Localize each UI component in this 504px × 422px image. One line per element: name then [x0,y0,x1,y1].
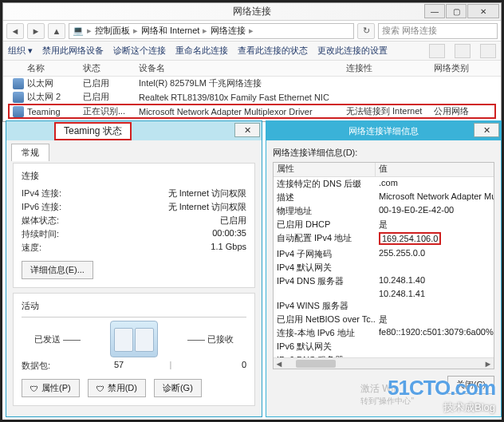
scroll-thumb[interactable] [296,360,336,368]
breadcrumb[interactable]: 💻 ▸ 控制面板 ▸ 网络和 Internet ▸ 网络连接 ▸ [69,23,354,39]
details-row[interactable]: 10.248.1.41 [274,288,494,299]
detail-value: fe80::1920:c501:3079:6a00%20 [376,327,494,339]
search-placeholder: 搜索 网络连接 [382,25,437,37]
detail-property: IPv4 WINS 服务器 [274,300,376,312]
search-input[interactable]: 搜索 网络连接 [378,23,498,39]
detail-value: Microsoft Network Adapter Multiplexor [376,191,494,203]
computer-icon: 💻 [73,26,84,36]
up-button[interactable]: ▲ [48,23,65,39]
activity-group: 活动 已发送 —— —— 已接收 数据包: 57 | 0 属性(P) 禁用(D)… [13,293,255,406]
col-device[interactable]: 设备名 [139,62,346,74]
col-value[interactable]: 值 [376,163,494,176]
details-row[interactable]: IPv6 默认网关 [274,340,494,353]
breadcrumb-part[interactable]: 控制面板 [95,25,130,37]
details-button[interactable]: 详细信息(E)... [22,261,93,279]
list-header: 名称 状态 设备名 连接性 网络类别 [3,61,501,77]
detail-value: 255.255.0.0 [376,248,494,260]
rename-cmd[interactable]: 重命名此连接 [175,45,228,57]
activity-group-title: 活动 [22,300,246,312]
recv-count: 0 [199,360,246,372]
details-row[interactable]: 已启用 DHCP是 [274,218,494,231]
view-mode-button[interactable] [429,44,445,58]
connection-group: 连接 IPv4 连接:无 Internet 访问权限 IPv6 连接:无 Int… [13,163,255,288]
details-row[interactable]: IPv4 WINS 服务器 [274,299,494,313]
close-details-button[interactable]: 关闭(C) [447,376,494,394]
details-close-button[interactable]: ✕ [474,123,499,137]
details-row[interactable]: 已启用 NetBIOS over Tc...是 [274,313,494,326]
detail-property: 连接-本地 IPv6 地址 [274,327,376,339]
teaming-status-dialog: Teaming 状态 ✕ 常规 连接 IPv4 连接:无 Internet 访问… [6,120,262,417]
breadcrumb-part[interactable]: 网络连接 [211,25,246,37]
detail-property: 自动配置 IPv4 地址 [274,232,376,246]
connection-group-title: 连接 [22,170,246,182]
status-tabs: 常规 [6,140,262,161]
computers-icon [110,321,158,357]
back-button[interactable]: ◄ [6,23,24,39]
col-status[interactable]: 状态 [83,62,139,74]
recv-label: —— 已接收 [175,333,246,345]
details-row[interactable]: 自动配置 IPv4 地址169.254.106.0 [274,231,494,247]
connection-details-dialog: 网络连接详细信息 ✕ 网络连接详细信息(D): 属性 值 连接特定的 DNS 后… [266,120,502,417]
detail-property: 描述 [274,191,376,203]
status-close-button[interactable]: ✕ [234,123,260,137]
detail-property: 已启用 NetBIOS over Tc... [274,314,376,325]
sent-count: 57 [95,360,143,372]
details-row[interactable]: 连接特定的 DNS 后缀.com [274,177,494,191]
detail-property [274,289,376,298]
detail-property: 物理地址 [274,205,376,217]
list-item[interactable]: 以太网 已启用 Intel(R) 82579LM 千兆网络连接 [3,77,501,90]
details-row[interactable]: IPv4 默认网关 [274,261,494,274]
close-button[interactable]: ✕ [467,4,499,18]
nic-icon [13,78,24,89]
detail-property: IPv6 默认网关 [274,341,376,353]
breadcrumb-part[interactable]: 网络和 Internet [141,25,199,37]
maximize-button[interactable]: ▢ [446,4,467,18]
tab-general[interactable]: 常规 [11,144,49,161]
detail-value: 10.248.1.41 [376,289,494,298]
details-row[interactable]: 连接-本地 IPv6 地址fe80::1920:c501:3079:6a00%2… [274,326,494,340]
view-status-cmd[interactable]: 查看此连接的状态 [238,45,308,57]
details-row[interactable]: IPv4 子网掩码255.255.0.0 [274,247,494,261]
change-settings-cmd[interactable]: 更改此连接的设置 [317,45,388,57]
detail-value: .com [376,178,494,190]
col-property[interactable]: 属性 [274,163,376,176]
scroll-right-icon[interactable]: ► [482,358,494,369]
scroll-left-icon[interactable]: ◄ [274,358,285,369]
details-row[interactable]: IPv4 DNS 服务器10.248.1.40 [274,274,494,288]
organize-menu[interactable]: 组织 ▾ [8,45,33,57]
status-dialog-title: Teaming 状态 [54,122,132,140]
details-row[interactable]: 描述Microsoft Network Adapter Multiplexor [274,191,494,204]
detail-property: 连接特定的 DNS 后缀 [274,178,376,190]
details-header: 属性 值 [274,163,494,177]
sent-label: 已发送 —— [22,333,93,345]
list-item-selected[interactable]: Teaming 正在识别... Microsoft Network Adapte… [8,104,496,119]
diagnose-cmd[interactable]: 诊断这个连接 [113,45,166,57]
detail-value [376,341,494,353]
disable-device-cmd[interactable]: 禁用此网络设备 [42,45,104,57]
nic-icon [13,106,24,117]
refresh-button[interactable]: ↻ [357,23,375,39]
preview-pane-button[interactable] [455,44,471,58]
help-button[interactable] [480,44,496,58]
properties-button[interactable]: 属性(P) [22,379,80,397]
col-connectivity[interactable]: 连接性 [346,62,434,74]
details-row[interactable]: 物理地址00-19-E0-2E-42-00 [274,204,494,218]
detail-property: IPv4 DNS 服务器 [274,275,376,287]
details-label: 网络连接详细信息(D): [273,147,494,159]
windows-activation-watermark: 激活 Win 转到"操作中心" [360,382,414,407]
details-dialog-title: 网络连接详细信息 [348,125,419,137]
minimize-button[interactable]: — [424,4,445,18]
detail-property: IPv4 默认网关 [274,262,376,274]
list-item[interactable]: 以太网 2 已启用 Realtek RTL8139/810x Family Fa… [3,90,501,104]
disable-button[interactable]: 禁用(D) [88,379,146,397]
detail-value: 是 [376,314,494,325]
horizontal-scrollbar[interactable]: ◄ ► [274,357,494,369]
col-category[interactable]: 网络类别 [434,62,482,74]
col-name[interactable]: 名称 [27,62,83,74]
diagnose-button[interactable]: 诊断(G) [154,379,202,397]
main-title: 网络连接 [233,5,271,18]
detail-value [376,262,494,274]
command-bar: 组织 ▾ 禁用此网络设备 诊断这个连接 重命名此连接 查看此连接的状态 更改此连… [3,41,501,61]
forward-button[interactable]: ► [27,23,45,39]
nic-icon [13,92,24,103]
